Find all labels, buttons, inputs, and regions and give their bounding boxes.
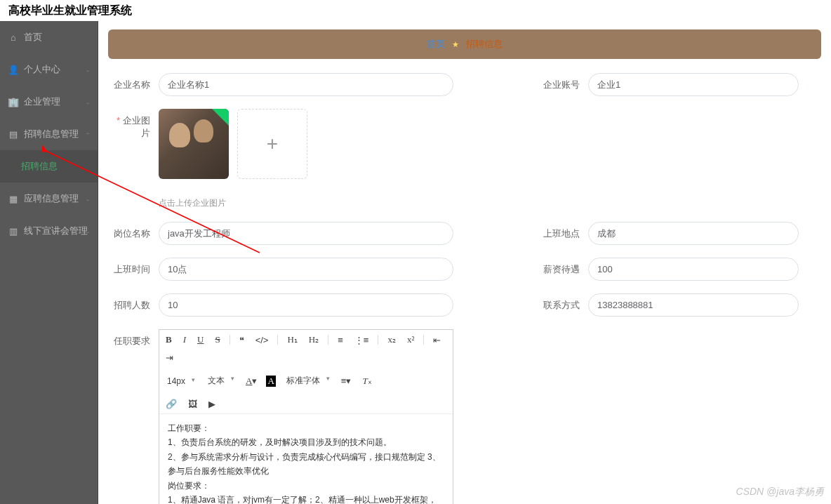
work-time-input[interactable] <box>159 258 453 281</box>
label-work-location: 上班地点 <box>538 222 580 240</box>
nav-label: 招聘信息管理 <box>24 128 79 140</box>
work-location-input[interactable] <box>588 222 799 245</box>
nav-label: 线下宣讲会管理 <box>24 225 88 237</box>
chevron-up-icon: ⌃ <box>85 132 91 137</box>
nav-label: 首页 <box>24 31 42 44</box>
label-work-time: 上班时间 <box>108 258 150 276</box>
bg-color-button[interactable]: A <box>266 376 275 387</box>
chevron-down-icon: ⌄ <box>85 100 91 105</box>
image-button[interactable]: 🖼 <box>186 397 199 411</box>
main-content: 首页 ★ 招聘信息 企业名称 企业账号 企业图片 <box>98 21 831 504</box>
calendar-icon: ▥ <box>8 226 18 236</box>
nav-profile[interactable]: 👤 个人中心 ⌄ <box>0 53 98 86</box>
nav-session[interactable]: ▥ 线下宣讲会管理 ⌄ <box>0 215 98 247</box>
link-button[interactable]: 🔗 <box>164 397 179 411</box>
clear-format-button[interactable]: Tₓ <box>360 374 373 388</box>
align-button[interactable]: ≡▾ <box>339 374 354 387</box>
company-account-input[interactable] <box>588 73 799 96</box>
hire-count-input[interactable] <box>159 293 453 317</box>
home-icon: ⌂ <box>8 32 18 42</box>
app-title: 高校毕业生就业管理系统 <box>8 4 132 18</box>
h2-button[interactable]: H₂ <box>307 333 321 347</box>
upload-hint: 点击上传企业图片 <box>159 197 307 209</box>
font-family-select[interactable]: 标准字体 <box>283 373 332 389</box>
editor-textarea[interactable]: 工作职要： 1、负责后台系统的研发，及时解决项目涉及到的技术问题。 2、参与系统… <box>159 414 453 504</box>
label-company-account: 企业账号 <box>538 73 580 91</box>
nav-label: 个人中心 <box>24 63 60 76</box>
subscript-button[interactable]: x₂ <box>385 333 398 347</box>
superscript-button[interactable]: x² <box>405 333 416 347</box>
nav-company[interactable]: 🏢 企业管理 ⌄ <box>0 86 98 118</box>
label-contact: 联系方式 <box>538 293 580 312</box>
nav-label: 应聘信息管理 <box>24 192 79 205</box>
sidebar: ⌂ 首页 👤 个人中心 ⌄ 🏢 企业管理 ⌄ ▤ 招聘信息管理 ⌃ 招聘信息 ▦… <box>0 21 98 504</box>
list-icon: ▤ <box>8 129 18 139</box>
nav-apply[interactable]: ▦ 应聘信息管理 ⌄ <box>0 183 98 215</box>
underline-button[interactable]: U <box>195 333 206 347</box>
ol-button[interactable]: ≡ <box>335 333 345 347</box>
ul-button[interactable]: ⋮≡ <box>352 333 371 347</box>
nav-recruit[interactable]: ▤ 招聘信息管理 ⌃ <box>0 118 98 150</box>
breadcrumb-home[interactable]: 首页 <box>427 39 445 49</box>
nav-label: 企业管理 <box>24 95 60 108</box>
video-button[interactable]: ▶ <box>206 397 218 411</box>
code-button[interactable]: </> <box>253 333 271 347</box>
label-hire-count: 招聘人数 <box>108 293 150 312</box>
font-size-select[interactable]: 14px <box>164 374 197 388</box>
check-icon <box>212 109 229 126</box>
upload-button[interactable]: + <box>237 109 307 179</box>
label-company-name: 企业名称 <box>108 73 150 91</box>
breadcrumb: 首页 ★ 招聘信息 <box>108 29 821 59</box>
bold-button[interactable]: B <box>164 333 174 347</box>
quote-button[interactable]: ❝ <box>237 333 246 347</box>
app-header: 高校毕业生就业管理系统 <box>0 0 831 21</box>
rich-text-editor: B I U S ❝ </> H₁ H₂ ≡ ⋮≡ x₂ <box>159 329 453 504</box>
strike-button[interactable]: S <box>213 333 222 347</box>
nav-home[interactable]: ⌂ 首页 <box>0 21 98 53</box>
salary-input[interactable] <box>588 258 799 281</box>
plus-icon: + <box>267 133 278 155</box>
breadcrumb-current: 招聘信息 <box>466 39 503 49</box>
contact-input[interactable] <box>588 293 799 317</box>
nav-recruit-info[interactable]: 招聘信息 <box>0 150 98 183</box>
outdent-button[interactable]: ⇤ <box>431 333 443 347</box>
italic-button[interactable]: I <box>181 333 188 347</box>
chevron-down-icon: ⌄ <box>85 67 91 72</box>
label-job-name: 岗位名称 <box>108 222 150 240</box>
indent-button[interactable]: ⇥ <box>164 351 175 364</box>
text-color-button[interactable]: A▾ <box>244 374 259 388</box>
label-salary: 薪资待遇 <box>538 258 580 276</box>
job-name-input[interactable] <box>159 222 453 245</box>
company-name-input[interactable] <box>159 73 453 96</box>
file-icon: ▦ <box>8 194 18 204</box>
editor-toolbar: B I U S ❝ </> H₁ H₂ ≡ ⋮≡ x₂ <box>159 330 453 414</box>
chevron-down-icon: ⌄ <box>85 229 91 234</box>
star-icon: ★ <box>452 40 459 48</box>
chevron-down-icon: ⌄ <box>85 197 91 201</box>
user-icon: 👤 <box>8 65 18 74</box>
label-company-image: 企业图片 <box>108 109 150 140</box>
block-select[interactable]: 文本 <box>204 373 237 389</box>
building-icon: 🏢 <box>8 97 18 107</box>
h1-button[interactable]: H₁ <box>285 333 299 347</box>
uploaded-image-thumbnail[interactable] <box>159 109 229 179</box>
label-job-req: 任职要求 <box>108 329 150 504</box>
